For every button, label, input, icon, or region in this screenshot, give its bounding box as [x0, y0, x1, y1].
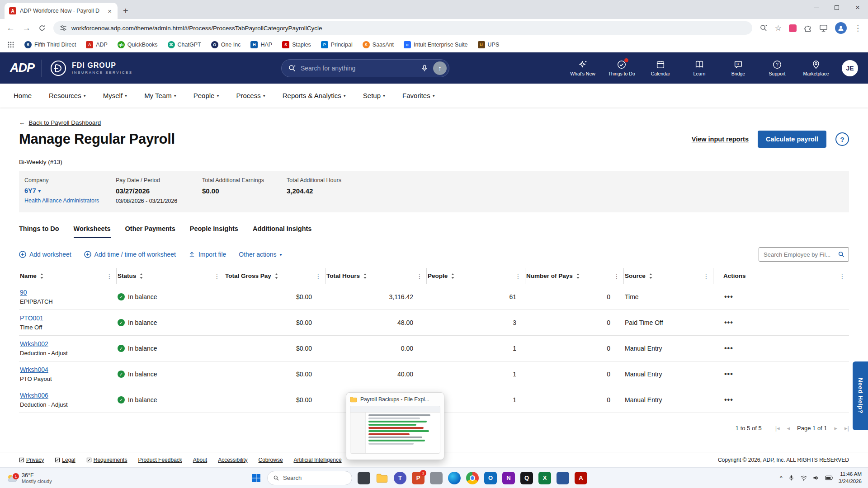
calculate-payroll-button[interactable]: Calculate payroll	[758, 131, 826, 148]
column-menu-icon[interactable]: ⋮	[701, 272, 711, 280]
column-header-actions[interactable]: Actions ⋮	[713, 268, 849, 284]
taskbar-preview-popup[interactable]: Payroll Backups - File Expl...	[346, 392, 444, 460]
adp-logo[interactable]: ADP	[10, 61, 34, 75]
worksheet-link[interactable]: PTO001	[20, 314, 43, 322]
preview-thumbnail[interactable]	[350, 406, 440, 454]
calendar-button[interactable]: Calendar	[646, 60, 675, 76]
search-submit-icon[interactable]: ↑	[433, 61, 447, 75]
microphone-icon[interactable]	[420, 64, 429, 72]
column-header-gross-pay[interactable]: Total Gross Pay ⋮	[224, 268, 326, 284]
nav-resources[interactable]: Resources▾	[49, 92, 86, 99]
row-actions-menu-icon[interactable]: •••	[714, 293, 733, 300]
apps-grid-icon[interactable]	[7, 41, 14, 48]
bookmark-staples[interactable]: SStaples	[282, 41, 311, 48]
global-search[interactable]: ↑	[281, 59, 449, 77]
whats-new-button[interactable]: What's New	[569, 60, 597, 76]
forward-icon[interactable]: →	[22, 23, 31, 33]
excel-icon[interactable]: X	[538, 472, 551, 484]
taskbar-search-input[interactable]	[283, 474, 346, 481]
tab-people-insights[interactable]: People Insights	[190, 225, 238, 238]
bookmark-ups[interactable]: UUPS	[478, 41, 500, 48]
file-explorer-icon[interactable]	[376, 472, 388, 484]
microphone-tray-icon[interactable]	[788, 474, 795, 481]
back-link[interactable]: ← Back to Payroll Dashboard	[19, 119, 849, 126]
other-actions-button[interactable]: Other actions ▾	[239, 251, 282, 258]
footer-about-link[interactable]: About	[193, 457, 207, 463]
outlook-icon[interactable]: O	[484, 472, 497, 484]
footer-legal-link[interactable]: Legal	[55, 457, 75, 463]
view-input-reports-link[interactable]: View input reports	[692, 136, 749, 143]
volume-icon[interactable]	[813, 475, 820, 481]
edge-icon[interactable]	[448, 472, 461, 484]
column-menu-icon[interactable]: ⋮	[513, 272, 523, 280]
bookmark-adp[interactable]: AADP	[86, 41, 108, 48]
teams-icon[interactable]: T	[394, 472, 406, 484]
employee-search-input[interactable]	[764, 251, 838, 258]
need-help-button[interactable]: Need Help?	[853, 361, 868, 430]
marketplace-button[interactable]: Marketplace	[802, 60, 830, 76]
tab-other-payments[interactable]: Other Payments	[125, 225, 175, 238]
sort-icon[interactable]	[576, 273, 580, 279]
window-maximize-button[interactable]	[826, 0, 847, 15]
bookmark-saasant[interactable]: SSaasAnt	[363, 41, 394, 48]
row-actions-menu-icon[interactable]: •••	[714, 396, 733, 404]
worksheet-link[interactable]: Wrksh002	[20, 340, 48, 347]
column-menu-icon[interactable]: ⋮	[837, 272, 847, 280]
hidden-icons-chevron[interactable]: ^	[780, 474, 783, 481]
bookmark-star-icon[interactable]: ☆	[775, 23, 782, 33]
nav-my-team[interactable]: My Team▾	[144, 92, 176, 99]
bookmark-quickbooks[interactable]: qbQuickBooks	[118, 41, 158, 48]
next-page-icon[interactable]: ▸	[835, 425, 838, 432]
previous-page-icon[interactable]: ◂	[787, 425, 790, 432]
add-time-worksheet-button[interactable]: Add time / time off worksheet	[84, 251, 176, 258]
taskbar-app-icon-5[interactable]	[430, 472, 443, 484]
footer-cobrowse-link[interactable]: Cobrowse	[259, 457, 283, 463]
wifi-icon[interactable]	[800, 475, 807, 481]
browser-menu-icon[interactable]: ⋮	[854, 23, 862, 33]
sort-icon[interactable]	[649, 273, 653, 279]
bookmark-principal[interactable]: PPrincipal	[321, 41, 353, 48]
column-menu-icon[interactable]: ⋮	[612, 272, 622, 280]
window-minimize-button[interactable]	[806, 0, 826, 15]
page-help-button[interactable]: ?	[835, 132, 849, 146]
add-worksheet-button[interactable]: Add worksheet	[19, 251, 71, 258]
nav-myself[interactable]: Myself▾	[103, 92, 127, 99]
bookmark-chatgpt[interactable]: ⌘ChatGPT	[168, 41, 201, 48]
taskbar-clock[interactable]: 11:46 AM 3/24/2026	[839, 471, 862, 485]
bookmark-intuit[interactable]: ııIntuit Enterprise Suite	[404, 41, 468, 48]
row-actions-menu-icon[interactable]: •••	[714, 370, 733, 378]
footer-accessibility-link[interactable]: Accessibility	[218, 457, 247, 463]
site-settings-icon[interactable]	[60, 24, 67, 32]
nav-home[interactable]: Home	[14, 92, 32, 99]
global-search-input[interactable]	[301, 65, 416, 72]
tab-close-icon[interactable]: ×	[106, 7, 113, 15]
taskbar-app-icon-1[interactable]	[358, 472, 370, 484]
sort-icon[interactable]	[40, 273, 44, 279]
window-close-button[interactable]: ×	[847, 0, 868, 15]
bridge-button[interactable]: B Bridge	[724, 60, 752, 76]
column-header-source[interactable]: Source ⋮	[624, 268, 713, 284]
column-menu-icon[interactable]: ⋮	[313, 272, 323, 280]
chrome-icon[interactable]	[466, 472, 479, 484]
taskbar-app-icon-12[interactable]	[557, 472, 569, 484]
column-menu-icon[interactable]: ⋮	[212, 272, 222, 280]
column-header-name[interactable]: Name ⋮	[19, 268, 117, 284]
footer-requirements-link[interactable]: Requirements	[86, 457, 127, 463]
taskbar-search[interactable]	[267, 471, 352, 485]
start-button-icon[interactable]	[251, 473, 262, 483]
nav-reports-analytics[interactable]: Reports & Analytics▾	[283, 92, 346, 99]
bookmark-hap[interactable]: HHAP	[250, 41, 272, 48]
footer-privacy-link[interactable]: Privacy	[19, 457, 44, 463]
worksheet-link[interactable]: Wrksh004	[20, 366, 48, 373]
worksheet-link[interactable]: Wrksh006	[20, 392, 48, 399]
taskbar-app-icon-10[interactable]: Q	[520, 472, 533, 484]
profile-avatar-icon[interactable]	[835, 22, 847, 34]
import-file-button[interactable]: Import file	[189, 251, 226, 258]
column-header-number-of-pays[interactable]: Number of Pays ⋮	[525, 268, 624, 284]
user-avatar[interactable]: JE	[842, 60, 858, 76]
acrobat-icon[interactable]: A	[575, 472, 587, 484]
tab-worksheets[interactable]: Worksheets	[74, 225, 111, 238]
employee-search[interactable]	[759, 247, 849, 262]
row-actions-menu-icon[interactable]: •••	[714, 319, 733, 326]
nav-people[interactable]: People▾	[193, 92, 219, 99]
